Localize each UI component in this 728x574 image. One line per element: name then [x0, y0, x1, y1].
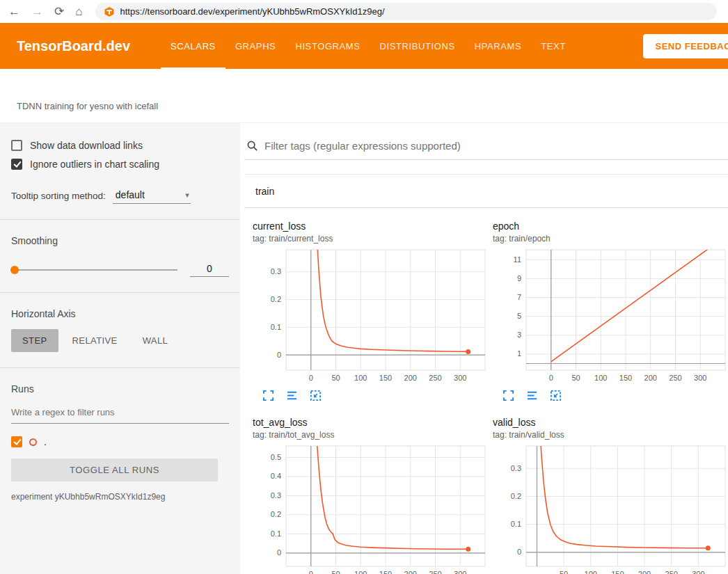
browser-toolbar: ← → ⟳ ⌂ https://tensorboard.dev/experime…: [0, 0, 728, 23]
tensorboard-logo-icon: [104, 7, 114, 17]
svg-text:1: 1: [517, 349, 521, 358]
svg-text:0: 0: [517, 548, 521, 556]
chart-plot-epoch[interactable]: 0501001502002503001357911: [493, 248, 727, 385]
settings-sidebar: Show data download links Ignore outliers…: [0, 123, 240, 574]
svg-text:0.1: 0.1: [271, 529, 281, 538]
svg-text:0.2: 0.2: [271, 510, 281, 518]
svg-text:7: 7: [517, 293, 521, 301]
ignore-outliers-label: Ignore outliers in chart scaling: [30, 159, 159, 170]
runs-filter-input[interactable]: Write a regex to filter runs: [11, 406, 229, 424]
back-icon[interactable]: ←: [8, 6, 20, 17]
svg-text:150: 150: [619, 374, 632, 382]
svg-text:250: 250: [429, 374, 441, 382]
sidebar-divider: [0, 367, 240, 368]
expand-icon[interactable]: [503, 390, 514, 401]
tab-hparams[interactable]: HPARAMS: [465, 23, 532, 69]
ignore-outliers-checkbox-row[interactable]: Ignore outliers in chart scaling: [11, 159, 229, 170]
fit-domain-icon[interactable]: [310, 390, 322, 401]
tab-distributions[interactable]: DISTRIBUTIONS: [370, 23, 465, 69]
smoothing-slider[interactable]: [11, 269, 177, 271]
svg-text:0.2: 0.2: [271, 295, 281, 303]
svg-text:0.1: 0.1: [511, 520, 521, 528]
fit-domain-icon[interactable]: [550, 390, 562, 401]
run-row[interactable]: .: [11, 436, 229, 447]
chart-toolbar: [503, 390, 727, 401]
svg-text:100: 100: [354, 570, 367, 574]
chart-toolbar: [262, 390, 487, 401]
header-tabs: SCALARSGRAPHSHISTOGRAMSDISTRIBUTIONSHPAR…: [161, 23, 576, 69]
expand-icon[interactable]: [262, 390, 274, 401]
app-header: TensorBoard.dev SCALARSGRAPHSHISTOGRAMSD…: [0, 23, 728, 69]
svg-text:50: 50: [560, 570, 568, 574]
train-section: train current_losstag: train/current_los…: [244, 174, 728, 574]
refresh-icon[interactable]: ⟳: [54, 6, 64, 17]
filter-tags-input[interactable]: Filter tags (regular expressions support…: [244, 123, 728, 160]
chart-tag: tag: train/tot_avg_loss: [253, 430, 487, 440]
svg-text:200: 200: [638, 570, 651, 574]
train-section-header[interactable]: train: [244, 175, 728, 208]
chart-card-epoch: epochtag: train/epoch0501001502002503001…: [493, 212, 727, 401]
ignore-outliers-checkbox[interactable]: [11, 159, 22, 170]
run-checkbox[interactable]: [11, 436, 22, 447]
smoothing-label: Smoothing: [11, 235, 229, 246]
tooltip-sorting-value: default: [116, 189, 145, 200]
svg-text:200: 200: [644, 374, 657, 382]
charts-grid: current_losstag: train/current_loss05010…: [244, 208, 728, 574]
tab-graphs[interactable]: GRAPHS: [225, 23, 286, 69]
svg-text:200: 200: [404, 374, 417, 382]
smoothing-slider-thumb[interactable]: [10, 266, 19, 274]
log-scale-icon[interactable]: [526, 390, 538, 401]
axis-buttons: STEPRELATIVEWALL: [11, 329, 229, 352]
svg-text:0: 0: [549, 374, 553, 382]
axis-wall-button[interactable]: WALL: [132, 329, 180, 352]
svg-text:0.4: 0.4: [271, 472, 281, 480]
svg-text:50: 50: [571, 374, 580, 382]
content: Show data download links Ignore outliers…: [0, 122, 728, 574]
svg-text:0.5: 0.5: [271, 453, 281, 461]
svg-text:50: 50: [331, 374, 340, 382]
chart-plot-current_loss[interactable]: 05010015020025030000.10.20.3: [253, 248, 487, 385]
home-icon[interactable]: ⌂: [75, 6, 82, 17]
filter-tags-placeholder: Filter tags (regular expressions support…: [264, 140, 461, 152]
svg-text:100: 100: [594, 374, 607, 382]
app-title: TensorBoard.dev: [0, 38, 161, 54]
svg-text:5: 5: [517, 312, 521, 320]
svg-text:300: 300: [454, 570, 466, 574]
show-download-links-checkbox[interactable]: [11, 140, 22, 151]
svg-text:150: 150: [379, 570, 392, 574]
chart-plot-tot_avg_loss[interactable]: 05010015020025030000.10.20.30.40.5: [253, 445, 487, 574]
toggle-all-runs-button[interactable]: TOGGLE ALL RUNS: [11, 459, 218, 481]
svg-text:0: 0: [277, 351, 281, 359]
tab-histograms[interactable]: HISTOGRAMS: [285, 23, 370, 69]
log-scale-icon[interactable]: [286, 390, 298, 401]
chart-plot-valid_loss[interactable]: 5010015020025030000.10.20.3: [493, 445, 727, 574]
svg-text:0: 0: [277, 548, 281, 557]
forward-icon[interactable]: →: [31, 6, 43, 17]
axis-step-button[interactable]: STEP: [11, 329, 58, 352]
chevron-down-icon: ▾: [185, 191, 189, 200]
run-color-icon: [29, 438, 37, 446]
svg-text:250: 250: [669, 374, 681, 382]
send-feedback-button[interactable]: SEND FEEDBACK: [643, 34, 728, 58]
svg-text:3: 3: [517, 330, 521, 339]
tab-text[interactable]: TEXT: [531, 23, 576, 69]
svg-text:150: 150: [611, 570, 624, 574]
show-download-links-checkbox-row[interactable]: Show data download links: [11, 140, 229, 151]
chart-card-valid_loss: valid_losstag: train/valid_loss501001502…: [493, 408, 727, 574]
search-icon: [246, 140, 258, 152]
chart-tag: tag: train/current_loss: [253, 234, 487, 244]
address-bar[interactable]: https://tensorboard.dev/experiment/yKUbh…: [95, 3, 717, 20]
axis-relative-button[interactable]: RELATIVE: [61, 329, 129, 352]
svg-text:0.3: 0.3: [511, 464, 521, 472]
tooltip-sorting-label: Tooltip sorting method:: [11, 191, 106, 204]
smoothing-value[interactable]: 0: [190, 263, 229, 277]
chart-title: valid_loss: [493, 408, 727, 428]
svg-text:100: 100: [354, 374, 367, 382]
svg-text:100: 100: [585, 570, 597, 574]
chart-title: current_loss: [253, 212, 487, 232]
svg-text:300: 300: [694, 374, 706, 382]
tab-scalars[interactable]: SCALARS: [161, 23, 225, 69]
tooltip-sorting-dropdown[interactable]: default ▾: [113, 188, 191, 204]
chart-tag: tag: train/epoch: [493, 234, 727, 244]
chart-title: tot_avg_loss: [253, 408, 487, 428]
